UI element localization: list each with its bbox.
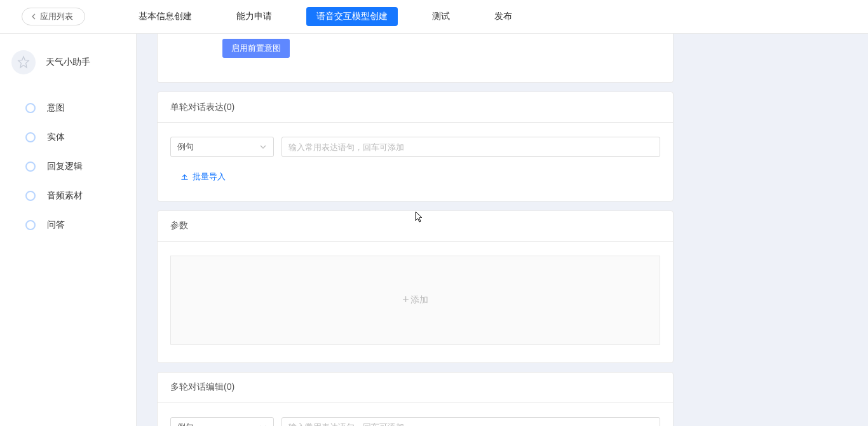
app-name: 天气小助手 — [46, 57, 90, 68]
expression-input[interactable] — [281, 137, 660, 157]
sidebar-item-label: 意图 — [47, 102, 65, 114]
bullet-icon — [25, 103, 36, 113]
params-card: 参数 + 添加 — [157, 210, 674, 363]
example-type-select[interactable]: 例句 — [170, 137, 274, 157]
chevron-down-icon — [259, 144, 267, 149]
expression-input-multi[interactable] — [281, 417, 660, 427]
tab-test[interactable]: 测试 — [422, 7, 460, 26]
single-round-card: 单轮对话表达(0) 例句 批量导入 — [157, 92, 674, 202]
sidebar-item-label: 问答 — [47, 219, 65, 231]
sidebar-item-label: 回复逻辑 — [47, 161, 83, 172]
app-icon — [11, 50, 36, 74]
import-label: 批量导入 — [193, 171, 226, 182]
sidebar-item-intent[interactable]: 意图 — [0, 93, 136, 123]
select-value: 例句 — [177, 422, 194, 427]
tab-voice-model[interactable]: 语音交互模型创建 — [306, 7, 398, 26]
card-title-multi-round: 多轮对话编辑(0) — [158, 373, 673, 403]
upload-icon — [180, 173, 189, 181]
top-header: 应用列表 基本信息创建 能力申请 语音交互模型创建 测试 发布 — [0, 0, 868, 34]
bullet-icon — [25, 191, 36, 201]
sidebar-item-qa[interactable]: 问答 — [0, 210, 136, 240]
bullet-icon — [25, 161, 36, 172]
select-value: 例句 — [177, 141, 194, 153]
multi-round-card: 多轮对话编辑(0) 例句 — [157, 372, 674, 427]
card-title-single-round: 单轮对话表达(0) — [158, 92, 673, 123]
back-to-app-list-button[interactable]: 应用列表 — [22, 8, 85, 25]
app-header: 天气小助手 — [0, 45, 136, 79]
sidebar-item-label: 实体 — [47, 132, 65, 143]
sidebar-nav: 意图 实体 回复逻辑 音频素材 问答 — [0, 93, 136, 240]
tab-basic-info[interactable]: 基本信息创建 — [128, 7, 202, 26]
star-icon — [17, 55, 31, 69]
sidebar-item-label: 音频素材 — [47, 190, 83, 202]
tab-publish[interactable]: 发布 — [484, 7, 522, 26]
sidebar-item-reply-logic[interactable]: 回复逻辑 — [0, 152, 136, 181]
sidebar-item-entity[interactable]: 实体 — [0, 123, 136, 152]
sidebar-item-audio[interactable]: 音频素材 — [0, 181, 136, 210]
main-content[interactable]: 启用前置意图 单轮对话表达(0) 例句 批量导入 — [137, 34, 868, 426]
bullet-icon — [25, 132, 36, 142]
add-label: 添加 — [410, 294, 428, 306]
add-param-button[interactable]: + 添加 — [170, 256, 660, 345]
sidebar: 天气小助手 意图 实体 回复逻辑 音频素材 问答 — [0, 34, 137, 426]
plus-icon: + — [402, 293, 409, 306]
tab-capability[interactable]: 能力申请 — [226, 7, 282, 26]
bullet-icon — [25, 220, 36, 230]
header-tabs: 基本信息创建 能力申请 语音交互模型创建 测试 发布 — [128, 7, 522, 26]
chevron-left-icon — [31, 13, 36, 20]
pre-intent-card: 启用前置意图 — [157, 34, 674, 83]
back-label: 应用列表 — [40, 11, 73, 22]
batch-import-link[interactable]: 批量导入 — [180, 171, 226, 182]
enable-pre-intent-button[interactable]: 启用前置意图 — [222, 39, 290, 58]
card-title-params: 参数 — [158, 211, 673, 242]
example-type-select-multi[interactable]: 例句 — [170, 417, 274, 427]
